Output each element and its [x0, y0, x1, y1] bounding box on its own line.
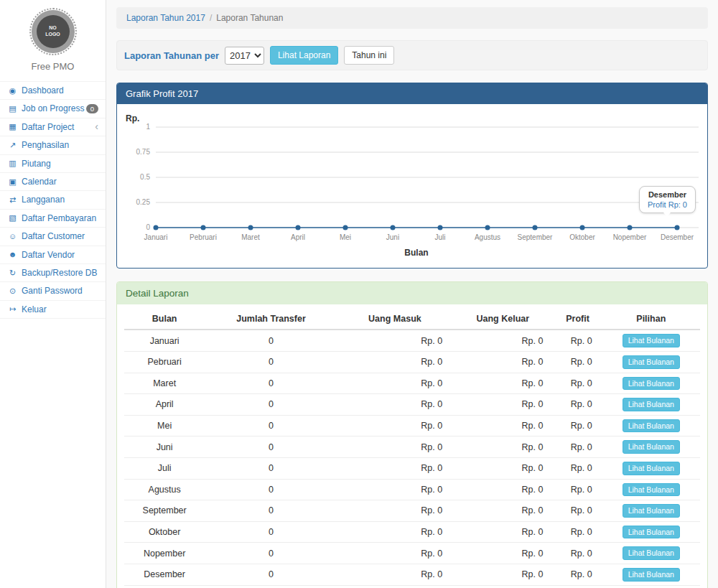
- lihat-bulanan-button[interactable]: Lihat Bulanan: [623, 355, 680, 369]
- total-cell: 0: [205, 585, 337, 588]
- table-cell: Rp. 0: [452, 394, 553, 416]
- table-row: Agustus0Rp. 0Rp. 0Rp. 0Lihat Bulanan: [124, 479, 700, 500]
- no-logo-image: NO LOGO: [32, 10, 75, 53]
- lihat-bulanan-button[interactable]: Lihat Bulanan: [623, 483, 680, 497]
- lihat-bulanan-button[interactable]: Lihat Bulanan: [623, 526, 680, 539]
- tooltip-value: Profit Rp: 0: [648, 200, 687, 209]
- table-cell: Rp. 0: [337, 373, 452, 394]
- report-filter-bar: Laporan Tahunan per 2017 Lihat Laporan T…: [116, 40, 708, 70]
- svg-text:Bulan: Bulan: [404, 248, 428, 258]
- profit-chart-svg: Rp.10.750.50.250JanuariPebruariMaretApri…: [123, 110, 701, 263]
- column-header-profit: Profit: [553, 307, 602, 330]
- sidebar-item-label: Calendar: [22, 177, 57, 187]
- tasks-icon: ▤: [7, 104, 18, 113]
- lihat-bulanan-button[interactable]: Lihat Bulanan: [623, 568, 680, 582]
- sidebar-item-label: Daftar Pembayaran: [22, 213, 96, 223]
- table-cell: Agustus: [124, 479, 205, 500]
- lihat-bulanan-button[interactable]: Lihat Bulanan: [623, 334, 680, 347]
- svg-text:Mei: Mei: [340, 233, 351, 241]
- breadcrumb-item-laporan-tahun-2017[interactable]: Laporan Tahun 2017: [126, 13, 205, 23]
- chevron-left-icon: ‹: [95, 123, 98, 131]
- table-cell: Rp. 0: [553, 457, 602, 479]
- lihat-bulanan-button[interactable]: Lihat Bulanan: [623, 504, 680, 518]
- table-total-row: Total0Rp. 0Rp. 0Rp. 0: [124, 585, 700, 588]
- table-cell: Rp. 0: [553, 543, 602, 564]
- table-row: Oktober0Rp. 0Rp. 0Rp. 0Lihat Bulanan: [124, 521, 700, 543]
- table-cell: 0: [205, 394, 337, 416]
- table-row: Juli0Rp. 0Rp. 0Rp. 0Lihat Bulanan: [124, 457, 700, 479]
- breadcrumb-item-laporan-tahunan: Laporan Tahunan: [216, 13, 283, 23]
- sidebar-item-backup-restore-db[interactable]: ↻Backup/Restore DB: [0, 264, 106, 282]
- table-cell: 0: [205, 351, 337, 373]
- table-action-cell: Lihat Bulanan: [602, 351, 700, 373]
- table-cell: Rp. 0: [553, 394, 602, 416]
- sidebar-item-keluar[interactable]: ↦Keluar: [0, 301, 106, 319]
- year-select[interactable]: 2017: [225, 47, 264, 65]
- table-cell: Januari: [124, 330, 205, 351]
- lihat-bulanan-button[interactable]: Lihat Bulanan: [623, 398, 680, 411]
- sidebar-item-daftar-pembayaran[interactable]: ▧Daftar Pembayaran: [0, 210, 106, 228]
- table-cell: 0: [205, 415, 337, 437]
- table-cell: Rp. 0: [337, 437, 452, 458]
- lihat-bulanan-button[interactable]: Lihat Bulanan: [623, 419, 680, 433]
- sidebar-item-label: Backup/Restore DB: [22, 268, 97, 278]
- table-cell: Rp. 0: [553, 330, 602, 351]
- table-cell: Rp. 0: [452, 543, 553, 564]
- svg-text:September: September: [518, 233, 554, 241]
- table-cell: Rp. 0: [553, 415, 602, 437]
- table-cell: Rp. 0: [553, 564, 602, 585]
- sidebar-item-job-on-progress[interactable]: ▤Job on Progress0: [0, 100, 106, 118]
- project-table-icon: ▦: [7, 122, 18, 131]
- sidebar-item-dashboard[interactable]: ◉Dashboard: [0, 82, 106, 100]
- table-row: Desember0Rp. 0Rp. 0Rp. 0Lihat Bulanan: [124, 564, 700, 585]
- table-row: Juni0Rp. 0Rp. 0Rp. 0Lihat Bulanan: [124, 437, 700, 458]
- sidebar-item-ganti-password[interactable]: ⊙Ganti Password: [0, 282, 106, 300]
- tahun-ini-button[interactable]: Tahun ini: [344, 46, 394, 65]
- sidebar-item-daftar-project[interactable]: ▦Daftar Project‹: [0, 118, 106, 136]
- lihat-bulanan-button[interactable]: Lihat Bulanan: [623, 440, 680, 454]
- sidebar-item-piutang[interactable]: ▥Piutang: [0, 155, 106, 173]
- table-row: September0Rp. 0Rp. 0Rp. 0Lihat Bulanan: [124, 500, 700, 522]
- report-table: BulanJumlah TransferUang MasukUang Kelua…: [124, 307, 700, 588]
- payment-icon: ▧: [7, 213, 18, 223]
- sidebar-item-penghasilan[interactable]: ↗Penghasilan: [0, 136, 106, 154]
- refresh-icon: ↻: [7, 269, 18, 278]
- sidebar-item-daftar-vendor[interactable]: ☻Daftar Vendor: [0, 246, 106, 264]
- column-header-uang-masuk: Uang Masuk: [337, 307, 452, 330]
- svg-text:Oktober: Oktober: [569, 233, 595, 241]
- lihat-bulanan-button[interactable]: Lihat Bulanan: [623, 377, 680, 391]
- table-cell: Oktober: [124, 521, 205, 543]
- table-action-cell: Lihat Bulanan: [602, 500, 700, 522]
- table-action-cell: Lihat Bulanan: [602, 479, 700, 500]
- sidebar-item-label: Keluar: [22, 304, 47, 314]
- column-header-uang-keluar: Uang Keluar: [452, 307, 553, 330]
- logo-block: NO LOGO Free PMO: [0, 0, 106, 76]
- table-cell: Rp. 0: [337, 564, 452, 585]
- table-cell: 0: [205, 479, 337, 500]
- breadcrumb-separator: /: [210, 13, 212, 23]
- sidebar-item-label: Daftar Vendor: [22, 250, 75, 260]
- lihat-bulanan-button[interactable]: Lihat Bulanan: [623, 546, 680, 560]
- table-cell: 0: [205, 500, 337, 522]
- table-cell: Rp. 0: [452, 479, 553, 500]
- no-logo-inner: NO LOGO: [37, 15, 70, 48]
- sidebar-item-calendar[interactable]: ▣Calendar: [0, 173, 106, 191]
- table-action-cell: Lihat Bulanan: [602, 437, 700, 458]
- lihat-laporan-button[interactable]: Lihat Laporan: [270, 46, 338, 65]
- sidebar-item-daftar-customer[interactable]: ☺Daftar Customer: [0, 228, 106, 246]
- table-row: Mei0Rp. 0Rp. 0Rp. 0Lihat Bulanan: [124, 415, 700, 437]
- sidebar-item-label: Dashboard: [22, 85, 64, 95]
- table-cell: 0: [205, 330, 337, 351]
- profit-chart-panel: Grafik Profit 2017 Rp.10.750.50.250Janua…: [116, 83, 708, 269]
- table-cell: Rp. 0: [452, 500, 553, 522]
- lihat-bulanan-button[interactable]: Lihat Bulanan: [623, 462, 680, 475]
- svg-text:Rp.: Rp.: [126, 113, 139, 123]
- brand-name: Free PMO: [0, 61, 106, 72]
- svg-text:Januari: Januari: [144, 233, 168, 241]
- sidebar-item-langganan[interactable]: ⇄Langganan: [0, 191, 106, 209]
- filter-label: Laporan Tahunan per: [124, 50, 219, 61]
- table-rows: Januari0Rp. 0Rp. 0Rp. 0Lihat BulananPebr…: [124, 330, 700, 588]
- table-cell: Rp. 0: [337, 351, 452, 373]
- breadcrumb: Laporan Tahun 2017/Laporan Tahunan: [116, 7, 708, 29]
- table-cell: Rp. 0: [452, 373, 553, 394]
